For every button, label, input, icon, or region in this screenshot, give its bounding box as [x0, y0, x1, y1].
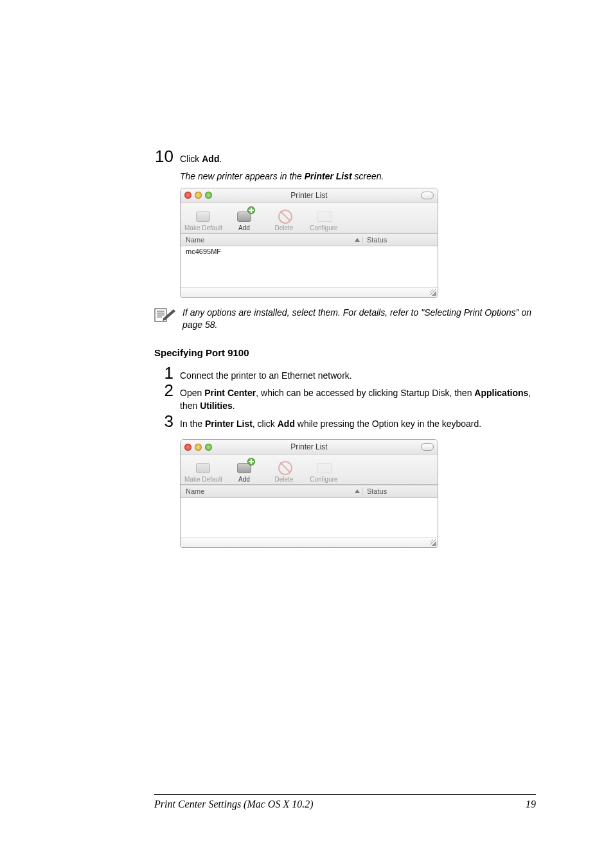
plus-icon: [247, 206, 255, 214]
note-icon: [154, 307, 176, 332]
note-text: If any options are installed, select the…: [182, 307, 536, 332]
resize-grip-icon[interactable]: [430, 289, 436, 296]
toolbar: Make Default Add Delete Configure: [181, 455, 438, 485]
add-button[interactable]: Add: [226, 459, 262, 483]
printer-list-window-1: Printer List Make Default Add Delete Con…: [180, 188, 438, 298]
window-controls: [184, 444, 212, 451]
step2-mid: , which can be accessed by clicking Star…: [256, 388, 474, 398]
step2-post: .: [233, 401, 235, 411]
minimize-icon[interactable]: [195, 444, 202, 451]
titlebar: Printer List: [181, 440, 438, 455]
delete-button: Delete: [266, 459, 302, 483]
zoom-icon[interactable]: [205, 192, 212, 199]
subheading-port-9100: Specifying Port 9100: [154, 347, 536, 358]
step-3-text: In the Printer List, click Add while pre…: [180, 413, 536, 431]
step10-pre: Click: [180, 154, 202, 164]
caption1-pre: The new printer appears in the: [180, 171, 305, 181]
add-button[interactable]: Add: [226, 208, 262, 231]
column-name-label: Name: [186, 487, 204, 495]
caption1-post: screen.: [352, 171, 384, 181]
column-name[interactable]: Name: [181, 487, 363, 495]
sort-asc-icon: [355, 238, 360, 242]
add-label: Add: [238, 476, 250, 483]
step-number-3: 3: [154, 413, 173, 429]
step3-bold1: Printer List: [205, 419, 253, 429]
step3-pre: In the: [180, 419, 205, 429]
step2-bold3: Utilities: [200, 401, 233, 411]
page-footer: Print Center Settings (Mac OS X 10.2) 19: [154, 794, 536, 810]
footer-page-number: 19: [526, 799, 536, 810]
no-entry-icon: [278, 210, 292, 224]
step2-bold2: Applications: [474, 388, 528, 398]
minimize-icon[interactable]: [195, 192, 202, 199]
configure-button: Configure: [306, 459, 342, 483]
step-number-1: 1: [154, 365, 173, 381]
make-default-button: Make Default: [184, 208, 222, 231]
make-default-label: Make Default: [184, 224, 222, 231]
delete-label: Delete: [274, 224, 293, 231]
window-footer: [181, 538, 438, 547]
make-default-button: Make Default: [184, 459, 222, 483]
zoom-icon[interactable]: [205, 444, 212, 451]
toolbar: Make Default Add Delete Configure: [181, 203, 438, 233]
caption1-bold: Printer List: [305, 171, 352, 181]
printer-list[interactable]: [181, 498, 438, 538]
titlebar: Printer List: [181, 188, 438, 203]
resize-grip-icon[interactable]: [430, 539, 436, 546]
plus-icon: [247, 458, 255, 466]
configure-label: Configure: [310, 224, 337, 231]
step-1-text: Connect the printer to an Ethernet netwo…: [180, 365, 536, 383]
step-2-text: Open Print Center, which can be accessed…: [180, 382, 536, 412]
step-number-2: 2: [154, 382, 173, 399]
step2-pre: Open: [180, 388, 204, 398]
delete-button: Delete: [266, 208, 302, 231]
column-status[interactable]: Status: [363, 487, 438, 495]
delete-label: Delete: [274, 476, 293, 483]
column-name[interactable]: Name: [181, 236, 363, 244]
list-header: Name Status: [181, 233, 438, 246]
toolbar-toggle-icon[interactable]: [421, 443, 434, 451]
step10-post: .: [219, 154, 222, 164]
step3-post: while pressing the Option key in the key…: [295, 419, 481, 429]
no-entry-icon: [278, 461, 292, 475]
step10-bold: Add: [202, 154, 219, 164]
list-header: Name Status: [181, 485, 438, 498]
window-footer: [181, 287, 438, 297]
step-10-text: Click Add.: [180, 148, 536, 166]
step-number-10: 10: [154, 148, 173, 165]
make-default-label: Make Default: [184, 476, 222, 483]
footer-section-title: Print Center Settings (Mac OS X 10.2): [154, 799, 314, 810]
window-title: Printer List: [181, 191, 438, 200]
step3-bold2: Add: [278, 419, 295, 429]
window-controls: [184, 192, 212, 199]
list-item[interactable]: mc4695MF: [186, 248, 432, 255]
printer-list-window-2: Printer List Make Default Add Delete Con…: [180, 439, 438, 548]
caption-new-printer: The new printer appears in the Printer L…: [180, 171, 536, 181]
configure-button: Configure: [306, 208, 342, 231]
window-title: Printer List: [181, 442, 438, 451]
sort-asc-icon: [355, 489, 360, 493]
step2-bold1: Print Center: [204, 388, 256, 398]
column-status[interactable]: Status: [363, 236, 438, 244]
close-icon[interactable]: [184, 444, 191, 451]
configure-label: Configure: [310, 476, 337, 483]
column-name-label: Name: [186, 236, 204, 244]
step3-mid: , click: [253, 419, 278, 429]
add-label: Add: [238, 224, 250, 231]
close-icon[interactable]: [184, 192, 191, 199]
toolbar-toggle-icon[interactable]: [421, 192, 434, 199]
printer-list[interactable]: mc4695MF: [181, 246, 438, 287]
